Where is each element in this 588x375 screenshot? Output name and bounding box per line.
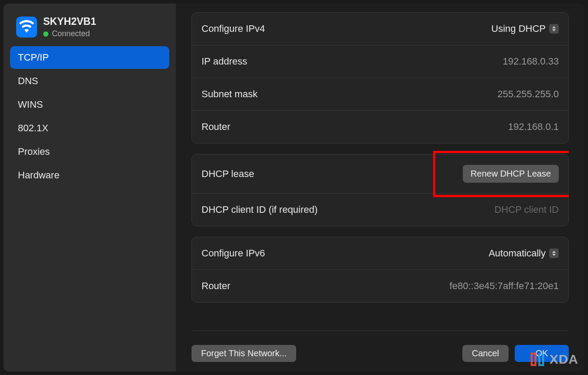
dhcp-lease-label: DHCP lease — [202, 168, 254, 180]
router-ipv6-label: Router — [202, 280, 230, 292]
dhcp-lease-row: DHCP lease Renew DHCP Lease — [192, 154, 568, 194]
ip-address-value: 192.168.0.33 — [503, 56, 559, 67]
sidebar-item-8021x[interactable]: 802.1X — [10, 117, 169, 140]
sidebar-item-label: DNS — [18, 75, 38, 86]
configure-ipv6-value: Automatically — [489, 248, 546, 259]
ipv4-group: Configure IPv4 Using DHCP IP address 192… — [191, 12, 569, 143]
cancel-button[interactable]: Cancel — [462, 345, 509, 362]
router-ipv4-label: Router — [202, 121, 230, 133]
footer: Forget This Network... Cancel OK — [191, 345, 569, 365]
configure-ipv6-row: Configure IPv6 Automatically — [192, 237, 568, 270]
watermark-text: XDA — [550, 352, 578, 367]
sidebar-list: TCP/IP DNS WINS 802.1X Proxies Hardware — [10, 46, 169, 187]
xda-logo-icon — [528, 350, 547, 369]
network-header: SKYH2VB1 Connected — [10, 12, 169, 46]
chevron-up-down-icon — [549, 249, 559, 258]
configure-ipv4-row: Configure IPv4 Using DHCP — [192, 13, 568, 45]
sidebar-item-tcpip[interactable]: TCP/IP — [10, 46, 169, 69]
watermark: XDA — [528, 350, 578, 369]
forget-network-button[interactable]: Forget This Network... — [191, 345, 296, 362]
sidebar: SKYH2VB1 Connected TCP/IP DNS WINS 802.1… — [3, 3, 176, 372]
configure-ipv6-label: Configure IPv6 — [202, 248, 265, 259]
configure-ipv6-dropdown[interactable]: Automatically — [489, 248, 559, 259]
dhcp-client-id-label: DHCP client ID (if required) — [202, 204, 318, 215]
ip-address-label: IP address — [202, 56, 247, 67]
ip-address-row: IP address 192.168.0.33 — [192, 45, 568, 78]
configure-ipv4-dropdown[interactable]: Using DHCP — [491, 23, 559, 34]
sidebar-item-label: TCP/IP — [18, 52, 49, 63]
subnet-mask-value: 255.255.255.0 — [497, 89, 559, 100]
footer-left: Forget This Network... — [191, 345, 296, 362]
sidebar-item-wins[interactable]: WINS — [10, 93, 169, 116]
renew-dhcp-lease-button[interactable]: Renew DHCP Lease — [463, 165, 559, 183]
router-ipv6-value: fe80::3e45:7aff:fe71:20e1 — [450, 280, 559, 292]
sidebar-item-proxies[interactable]: Proxies — [10, 140, 169, 163]
status-indicator-icon — [43, 31, 48, 37]
dhcp-group: DHCP lease Renew DHCP Lease DHCP client … — [191, 154, 569, 226]
network-info: SKYH2VB1 Connected — [43, 16, 96, 38]
divider — [191, 331, 569, 331]
status-text: Connected — [52, 29, 90, 38]
router-ipv6-row: Router fe80::3e45:7aff:fe71:20e1 — [192, 270, 568, 302]
subnet-mask-row: Subnet mask 255.255.255.0 — [192, 78, 568, 111]
sidebar-item-dns[interactable]: DNS — [10, 70, 169, 92]
subnet-mask-label: Subnet mask — [202, 89, 257, 100]
main-panel: Configure IPv4 Using DHCP IP address 192… — [176, 3, 585, 372]
sidebar-item-hardware[interactable]: Hardware — [10, 164, 169, 187]
configure-ipv4-value: Using DHCP — [491, 23, 546, 34]
router-ipv4-row: Router 192.168.0.1 — [192, 111, 568, 143]
sidebar-item-label: Proxies — [18, 146, 50, 157]
dhcp-client-id-placeholder[interactable]: DHCP client ID — [494, 204, 559, 215]
chevron-up-down-icon — [549, 24, 559, 34]
ipv6-group: Configure IPv6 Automatically Router fe80… — [191, 237, 569, 303]
sidebar-item-label: WINS — [18, 99, 43, 110]
sidebar-item-label: Hardware — [18, 170, 59, 181]
configure-ipv4-label: Configure IPv4 — [202, 23, 265, 34]
status-row: Connected — [43, 29, 96, 38]
network-name: SKYH2VB1 — [43, 16, 96, 27]
dhcp-client-id-row: DHCP client ID (if required) DHCP client… — [192, 194, 568, 226]
content-area: Configure IPv4 Using DHCP IP address 192… — [191, 12, 569, 324]
sidebar-item-label: 802.1X — [18, 123, 48, 133]
wifi-icon — [16, 17, 37, 38]
router-ipv4-value: 192.168.0.1 — [508, 121, 559, 133]
